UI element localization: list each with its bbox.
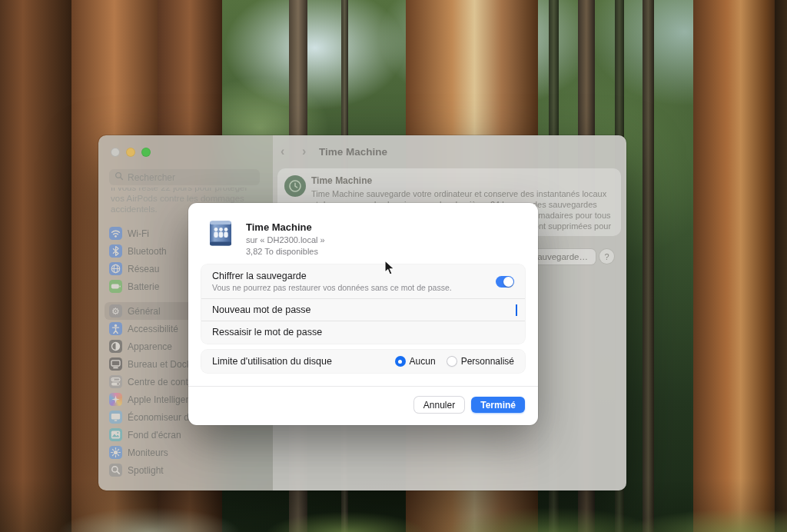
- sidebar-item-label: Batterie: [128, 281, 159, 292]
- dialog-capacity: 3,82 To disponibles: [246, 247, 325, 256]
- tree-trunk: [693, 0, 778, 532]
- disk-limit-label: Limite d'utilisation du disque: [212, 356, 332, 367]
- sidebar-item-label: Fond d'écran: [128, 430, 181, 441]
- search-placeholder: Rechercher: [128, 172, 175, 183]
- accessibilite-icon: [109, 322, 122, 335]
- done-button[interactable]: Terminé: [471, 397, 525, 413]
- wifi-icon: [109, 227, 122, 240]
- minimize-button[interactable]: [126, 148, 135, 157]
- radio-selected-icon[interactable]: [395, 356, 406, 367]
- encrypt-label: Chiffrer la sauvegarde: [212, 271, 452, 281]
- cancel-button[interactable]: Annuler: [414, 397, 464, 413]
- time-machine-setup-dialog: Time Machine sur « DH2300.local » 3,82 T…: [188, 203, 538, 425]
- tree-trunk: [775, 0, 787, 532]
- time-machine-icon: [284, 175, 306, 197]
- footer-divider: [188, 386, 538, 387]
- zoom-button[interactable]: [141, 148, 151, 157]
- tree-trunk: [0, 0, 75, 532]
- encrypt-backup-row: Chiffrer la sauvegarde Vous ne pourrez p…: [201, 264, 525, 298]
- economiseur-decran-icon: [109, 411, 122, 424]
- reseau-icon: [109, 262, 122, 275]
- window-controls: [111, 148, 151, 157]
- svg-text:⚙: ⚙: [111, 306, 120, 317]
- sidebar-item-label: Moniteurs: [128, 447, 168, 458]
- dialog-title: Time Machine: [246, 221, 325, 233]
- disk-limit-option-personnalis-[interactable]: Personnalisé: [447, 356, 514, 367]
- forward-chevron-icon[interactable]: ›: [302, 145, 306, 158]
- radio-label: Personnalisé: [461, 356, 514, 367]
- moniteurs-icon: [109, 446, 122, 459]
- sidebar-item-moniteurs[interactable]: Moniteurs: [105, 444, 267, 461]
- network-backup-disk-icon: [206, 219, 235, 248]
- dialog-header-text: Time Machine sur « DH2300.local » 3,82 T…: [246, 219, 325, 256]
- disk-limit-row: Limite d'utilisation du disque AucunPers…: [201, 350, 525, 373]
- new-password-field[interactable]: Nouveau mot de passe: [201, 298, 525, 321]
- dialog-subtitle: sur « DH2300.local »: [246, 235, 325, 244]
- card-title: Time Machine: [311, 175, 372, 186]
- reenter-password-field[interactable]: Ressaisir le mot de passe: [201, 321, 525, 343]
- sidebar-item-label: Spotlight: [128, 465, 164, 476]
- sidebar-item-label: Réseau: [128, 264, 159, 274]
- radio-label: Aucun: [410, 356, 436, 367]
- desktop: Rechercher Il vous reste 22 jours pour p…: [0, 0, 787, 532]
- help-button[interactable]: ?: [599, 249, 614, 264]
- close-button[interactable]: [111, 148, 120, 157]
- dialog-buttons: Annuler Terminé: [414, 397, 525, 413]
- tree-trunk: [643, 0, 654, 532]
- text-caret: [516, 304, 517, 316]
- dialog-header: Time Machine sur « DH2300.local » 3,82 T…: [206, 219, 325, 256]
- bluetooth-icon: [109, 244, 122, 258]
- fond-decran-icon: [109, 428, 122, 441]
- search-input[interactable]: Rechercher: [109, 169, 260, 185]
- sidebar-item-label: Accessibilité: [128, 324, 178, 334]
- toggle-knob: [503, 277, 513, 287]
- sidebar-item-label: Bluetooth: [128, 246, 167, 257]
- disk-limit-group: Limite d'utilisation du disque AucunPers…: [201, 350, 525, 373]
- sidebar-item-spotlight[interactable]: Spotlight: [105, 461, 267, 479]
- sidebar-item-label: Bureau et Dock: [128, 359, 191, 370]
- new-password-placeholder: Nouveau mot de passe: [212, 304, 311, 315]
- encrypt-text: Chiffrer la sauvegarde Vous ne pourrez p…: [212, 271, 452, 292]
- search-icon: [115, 171, 124, 183]
- back-chevron-icon[interactable]: ‹: [281, 145, 284, 158]
- apparence-icon: [109, 340, 122, 353]
- reenter-password-placeholder: Ressaisir le mot de passe: [212, 327, 322, 337]
- disk-limit-radios: AucunPersonnalisé: [395, 356, 514, 367]
- sidebar-item-label: Apparence: [128, 341, 172, 352]
- sidebar-item-label: Général: [128, 306, 161, 317]
- mouse-cursor: [384, 260, 396, 279]
- radio-unselected-icon[interactable]: [447, 356, 457, 367]
- encryption-group: Chiffrer la sauvegarde Vous ne pourrez p…: [201, 264, 525, 344]
- sidebar-item-fond-decran[interactable]: Fond d'écran: [105, 426, 267, 444]
- page-title: Time Machine: [319, 146, 387, 158]
- encrypt-toggle[interactable]: [496, 276, 514, 288]
- encrypt-subtitle: Vous ne pourrez pas restaurer vos donnée…: [212, 283, 452, 292]
- batterie-icon: [109, 280, 122, 293]
- general-icon: ⚙: [109, 304, 122, 318]
- centre-de-controle-icon: [109, 375, 122, 388]
- sidebar-item-label: Wi-Fi: [128, 228, 149, 239]
- apple-intelligence-icon: [109, 393, 122, 406]
- spotlight-icon: [109, 464, 122, 477]
- disk-limit-option-aucun[interactable]: Aucun: [395, 356, 436, 367]
- bureau-et-dock-icon: [109, 357, 122, 371]
